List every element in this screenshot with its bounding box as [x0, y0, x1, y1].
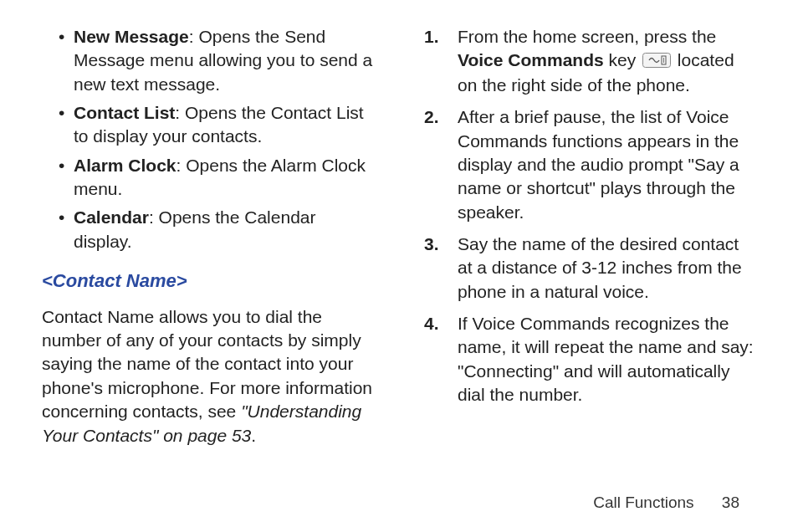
- page-body: • New Message: Opens the Send Message me…: [0, 0, 798, 456]
- step-body: From the home screen, press the Voice Co…: [458, 25, 756, 97]
- bullet-body: Alarm Clock: Opens the Alarm Clock menu.: [74, 154, 374, 202]
- section-heading-contact-name: <Contact Name>: [42, 269, 374, 294]
- svg-rect-0: [643, 53, 671, 67]
- bullet-label: New Message: [74, 27, 189, 46]
- step-item: 3. Say the name of the desired contact a…: [424, 233, 756, 304]
- step-item: 4. If Voice Commands recognizes the name…: [424, 312, 756, 407]
- step-number: 1.: [424, 25, 458, 97]
- step-item: 1. From the home screen, press the Voice…: [424, 25, 756, 97]
- contact-name-paragraph: Contact Name allows you to dial the numb…: [42, 305, 374, 448]
- step-text: From the home screen, press the: [458, 27, 716, 46]
- bullet-icon: •: [59, 206, 74, 253]
- footer-section: Call Functions: [593, 494, 693, 511]
- step-number: 3.: [424, 233, 458, 304]
- step-body: If Voice Commands recognizes the name, i…: [458, 312, 756, 407]
- step-bold: Voice Commands: [458, 50, 604, 69]
- bullet-body: Contact List: Opens the Contact List to …: [74, 101, 374, 149]
- bullet-item: • Alarm Clock: Opens the Alarm Clock men…: [59, 154, 374, 202]
- bullet-label: Alarm Clock: [74, 156, 176, 175]
- step-item: 2. After a brief pause, the list of Voic…: [424, 105, 756, 224]
- page-footer: Call Functions 38: [593, 494, 739, 512]
- bullet-item: • Contact List: Opens the Contact List t…: [59, 101, 374, 149]
- bullet-label: Calendar: [74, 207, 149, 227]
- voice-commands-key-icon: [642, 50, 671, 74]
- right-column: 1. From the home screen, press the Voice…: [424, 25, 756, 456]
- bullet-body: Calendar: Opens the Calendar display.: [74, 206, 374, 253]
- para-text: .: [251, 426, 256, 445]
- bullet-body: New Message: Opens the Send Message menu…: [74, 25, 374, 96]
- left-column: • New Message: Opens the Send Message me…: [42, 25, 374, 456]
- step-number: 4.: [424, 312, 458, 407]
- step-body: After a brief pause, the list of Voice C…: [458, 105, 756, 224]
- bullet-icon: •: [59, 101, 74, 149]
- bullet-item: • Calendar: Opens the Calendar display.: [59, 206, 374, 253]
- step-number: 2.: [424, 105, 458, 224]
- step-body: Say the name of the desired contact at a…: [458, 233, 756, 304]
- bullet-icon: •: [59, 25, 74, 96]
- bullet-label: Contact List: [74, 103, 175, 122]
- footer-page-number: 38: [722, 494, 739, 511]
- step-text: key: [604, 50, 641, 69]
- bullet-icon: •: [59, 154, 74, 202]
- bullet-list: • New Message: Opens the Send Message me…: [42, 25, 374, 253]
- bullet-item: • New Message: Opens the Send Message me…: [59, 25, 374, 96]
